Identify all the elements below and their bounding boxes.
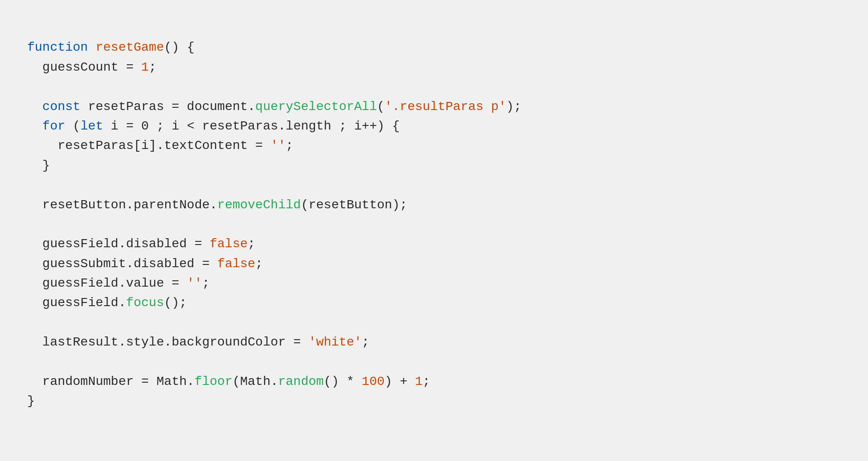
line-18: randomNumber = Math.floor(Math.random() … (27, 375, 430, 389)
code-container: function resetGame() { guessCount = 1; c… (27, 18, 841, 411)
line-6: resetParas[i].textContent = ''; (27, 139, 293, 153)
line-9: resetButton.parentNode.removeChild(reset… (27, 198, 407, 212)
line-11: guessField.disabled = false; (27, 237, 255, 251)
line-4: const resetParas = document.querySelecto… (27, 100, 521, 114)
line-1: function resetGame() { (27, 40, 195, 54)
line-14: guessField.focus(); (27, 296, 187, 310)
line-16: lastResult.style.backgroundColor = 'whit… (27, 335, 369, 349)
line-12: guessSubmit.disabled = false; (27, 257, 263, 271)
line-2: guessCount = 1; (27, 60, 157, 74)
line-13: guessField.value = ''; (27, 276, 210, 290)
line-19: } (27, 394, 35, 408)
line-7: } (27, 158, 50, 173)
line-5: for (let i = 0 ; i < resetParas.length ;… (27, 119, 400, 133)
